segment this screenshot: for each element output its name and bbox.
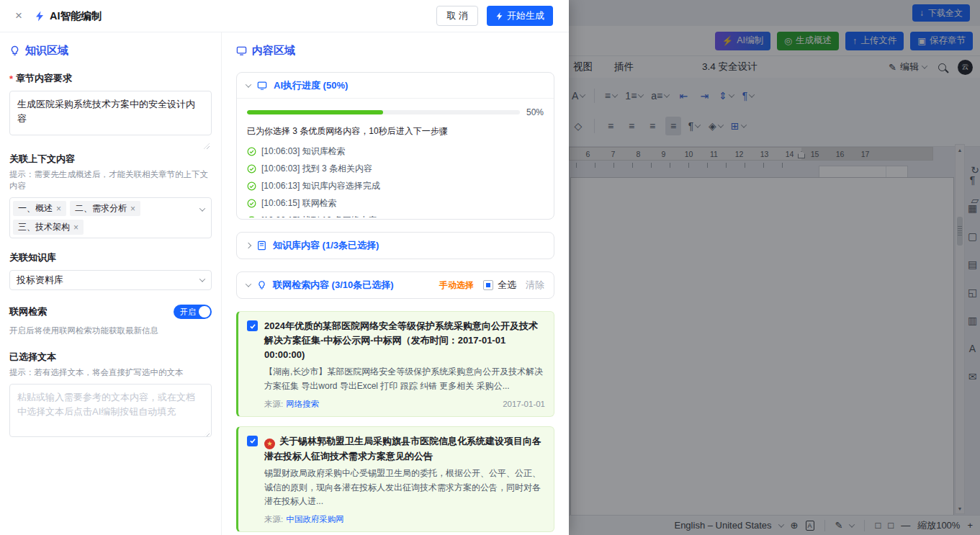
web-result-card[interactable]: 2024年优质的某部医院网络安全等级保护系统采购意向公开及技术解决方案征集-中标… xyxy=(236,311,554,417)
chapter-requirement-input[interactable]: 生成医院采购系统技术方案中的安全设计内容 xyxy=(9,91,212,135)
chevron-down-icon xyxy=(246,281,251,287)
result-checkbox[interactable] xyxy=(247,320,258,331)
selected-text-label: 已选择文本 xyxy=(9,351,56,364)
lightbulb-icon xyxy=(9,45,20,56)
context-tag[interactable]: 二、需求分析 × xyxy=(70,201,140,216)
progress-log-list: [10:06:03] 知识库检索 [10:06:03] 找到 3 条相关内容 [… xyxy=(247,145,544,217)
chevron-down-icon xyxy=(246,81,251,87)
result-title: 2024年优质的某部医院网络安全等级保护系统采购意向公开及技术解决方案征集-中标… xyxy=(264,319,545,362)
resize-handle-icon[interactable] xyxy=(204,143,210,149)
chevron-down-icon xyxy=(199,206,205,212)
progress-log-text: [10:06:15] 联网检索 xyxy=(261,197,337,210)
context-hint: 提示：需要先生成概述后，才能关联相关章节的上下文内容 xyxy=(9,168,212,192)
context-tag[interactable]: 三、技术架构 × xyxy=(13,220,84,235)
document-icon xyxy=(257,240,266,251)
web-search-toggle[interactable]: 开启 xyxy=(174,305,212,319)
chevron-down-icon xyxy=(199,277,205,282)
context-tag-label: 二、需求分析 xyxy=(75,202,127,215)
close-icon[interactable]: × xyxy=(10,7,27,24)
result-title: ★关于锡林郭勒盟卫生局采购旗县市医院信息化系统建设项目向各潜在投标人征询技术需求… xyxy=(264,434,545,464)
progress-status: 已为你选择 3 条优质网络内容，10秒后进入下一步骤 xyxy=(247,125,544,138)
progress-log-item: [10:06:15] 找到 10 条网络内容 xyxy=(247,215,544,217)
web-content-section: 联网检索内容 (3/10条已选择) 手动选择 全选 清除 xyxy=(236,271,554,299)
monitor-icon xyxy=(257,81,267,91)
check-circle-icon xyxy=(247,147,256,156)
ai-progress-header[interactable]: AI执行进度 (50%) xyxy=(237,73,554,99)
context-tag[interactable]: 一、概述 × xyxy=(13,201,66,216)
lightbulb-icon xyxy=(257,280,266,290)
web-result-card[interactable]: ★关于锡林郭勒盟卫生局采购旗县市医院信息化系统建设项目向各潜在投标人征询技术需求… xyxy=(236,426,554,532)
result-source-link[interactable]: 网络搜索 xyxy=(286,399,319,410)
context-multiselect[interactable]: 一、概述 × 二、需求分析 × 三、技术架构 × xyxy=(9,197,212,238)
modal-header: × AI智能编制 取 消 开始生成 xyxy=(0,0,569,32)
content-panel: 内容区域 AI执行进度 (50%) 50% 已为你选择 3 条优质网 xyxy=(222,32,569,535)
context-tag-label: 一、概述 xyxy=(18,202,53,215)
result-snippet: 【湖南,长沙市】某部医院网络安全等级保护系统采购意向公开及技术解决方案征集 导出… xyxy=(264,365,545,392)
web-search-hint: 开启后将使用联网检索功能获取最新信息 xyxy=(9,325,212,336)
lightning-icon xyxy=(495,12,503,21)
check-circle-icon xyxy=(247,216,256,217)
result-date: 2017-01-01 xyxy=(503,400,545,408)
progress-log-item: [10:06:15] 联网检索 xyxy=(247,197,544,210)
selected-text-input[interactable] xyxy=(9,384,212,437)
check-icon xyxy=(249,323,256,330)
result-snippet: 锡盟财政局政府采购中心受锡盟卫生局的委托，根据公开、公平、公正、诚信的原则，现向… xyxy=(264,467,545,508)
chevron-right-icon xyxy=(246,243,251,248)
result-source-label: 来源: xyxy=(264,399,283,410)
check-circle-icon xyxy=(247,164,256,174)
ai-progress-section: AI执行进度 (50%) 50% 已为你选择 3 条优质网络内容，10秒后进入下… xyxy=(236,72,554,220)
result-checkbox[interactable] xyxy=(247,436,258,446)
result-source-label: 来源: xyxy=(264,514,283,525)
select-all-checkbox[interactable] xyxy=(483,280,493,290)
progress-log-text: [10:06:03] 找到 3 条相关内容 xyxy=(261,163,372,175)
knowledge-area-title: 知识区域 xyxy=(25,44,68,58)
clear-selection-link[interactable]: 清除 xyxy=(526,279,544,292)
progress-log-item: [10:06:03] 知识库检索 xyxy=(247,145,544,158)
progress-bar xyxy=(247,110,520,114)
tag-remove-icon[interactable]: × xyxy=(56,204,61,214)
monitor-icon xyxy=(236,45,247,56)
ai-compile-modal: × AI智能编制 取 消 开始生成 知识区域 *章节内容要求 xyxy=(0,0,569,535)
selected-text-hint: 提示：若有选择文本，将会直接扩写选中的文本 xyxy=(9,367,212,378)
web-result-list: 2024年优质的某部医院网络安全等级保护系统采购意向公开及技术解决方案征集-中标… xyxy=(236,311,554,535)
modal-title: AI智能编制 xyxy=(50,9,102,23)
chapter-requirement-label: 章节内容要求 xyxy=(16,72,72,85)
web-search-label: 联网检索 xyxy=(9,305,47,318)
progress-log-text: [10:06:03] 知识库检索 xyxy=(261,145,346,158)
progress-percent: 50% xyxy=(526,107,544,117)
result-favicon: ★ xyxy=(264,439,275,449)
web-content-header[interactable]: 联网检索内容 (3/10条已选择) 手动选择 全选 清除 xyxy=(237,272,554,298)
required-star: * xyxy=(9,73,13,84)
progress-log-text: [10:06:13] 知识库内容选择完成 xyxy=(261,180,380,192)
progress-log-item: [10:06:13] 知识库内容选择完成 xyxy=(247,180,544,192)
check-icon xyxy=(249,437,256,444)
knowledge-base-label: 关联知识库 xyxy=(9,251,56,264)
progress-log-item: [10:06:03] 找到 3 条相关内容 xyxy=(247,163,544,175)
check-circle-icon xyxy=(247,199,256,208)
context-tag-label: 三、技术架构 xyxy=(18,221,70,233)
kb-content-header[interactable]: 知识库内容 (1/3条已选择) xyxy=(237,233,554,258)
screen: ↓ 下载全文 ⚡ AI编制 ◎ 生成概述 ↑ 上传文件 ▣ 保存章节 视图插件 … xyxy=(0,0,980,535)
start-generate-button[interactable]: 开始生成 xyxy=(487,6,553,26)
kb-content-section: 知识库内容 (1/3条已选择) xyxy=(236,232,554,259)
lightning-icon xyxy=(35,11,45,22)
check-circle-icon xyxy=(247,181,256,191)
knowledge-base-select[interactable]: 投标资料库 xyxy=(9,270,212,290)
select-all-control[interactable]: 全选 xyxy=(483,279,516,292)
tag-remove-icon[interactable]: × xyxy=(73,222,78,233)
cancel-button[interactable]: 取 消 xyxy=(436,6,478,26)
tag-remove-icon[interactable]: × xyxy=(130,204,135,214)
progress-log-text: [10:06:15] 找到 10 条网络内容 xyxy=(261,215,377,217)
manual-select-link[interactable]: 手动选择 xyxy=(439,279,474,292)
content-area-title: 内容区域 xyxy=(252,44,295,58)
context-label: 关联上下文内容 xyxy=(9,153,75,166)
knowledge-panel: 知识区域 *章节内容要求 生成医院采购系统技术方案中的安全设计内容 关联上下文内… xyxy=(0,32,222,535)
result-source-link[interactable]: 中国政府采购网 xyxy=(286,514,344,525)
